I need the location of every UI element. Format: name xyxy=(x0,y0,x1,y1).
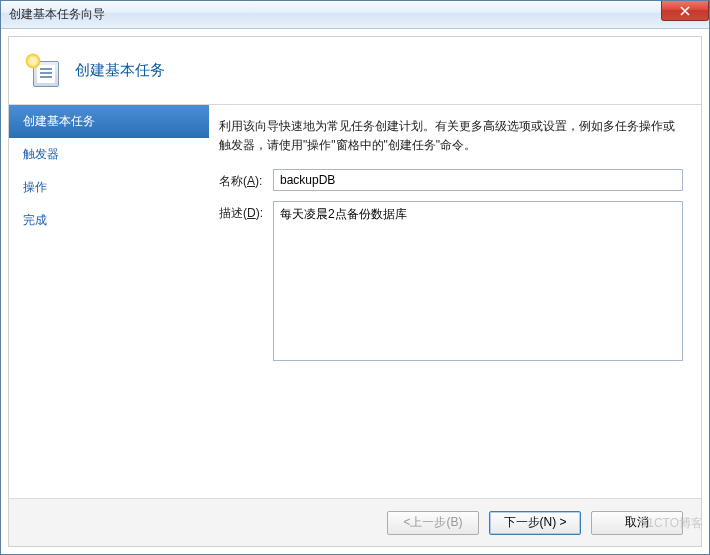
page-title: 创建基本任务 xyxy=(75,61,165,80)
sidebar-item-finish[interactable]: 完成 xyxy=(9,204,209,237)
name-input[interactable] xyxy=(273,169,683,191)
sidebar-item-trigger[interactable]: 触发器 xyxy=(9,138,209,171)
close-button[interactable] xyxy=(661,1,709,21)
description-label: 描述(D): xyxy=(219,201,273,222)
sidebar-item-label: 创建基本任务 xyxy=(23,114,95,128)
name-label: 名称(A): xyxy=(219,169,273,190)
sidebar-item-action[interactable]: 操作 xyxy=(9,171,209,204)
description-row: 描述(D): xyxy=(219,201,683,361)
next-button[interactable]: 下一步(N) > xyxy=(489,511,581,535)
back-button: <上一步(B) xyxy=(387,511,479,535)
task-scheduler-icon xyxy=(27,55,59,87)
close-icon xyxy=(680,6,690,16)
main-panel: 利用该向导快速地为常见任务创建计划。有关更多高级选项或设置，例如多任务操作或触发… xyxy=(209,105,701,498)
wizard-body: 创建基本任务 触发器 操作 完成 利用该向导快速地为常见任务创建计划。有关更多高… xyxy=(9,105,701,498)
name-row: 名称(A): xyxy=(219,169,683,191)
sidebar-item-label: 操作 xyxy=(23,180,47,194)
wizard-window: 创建基本任务向导 创建基本任务 创建基本任务 触发器 操作 完成 利用该向导快速… xyxy=(0,0,710,555)
sidebar-item-create-basic-task[interactable]: 创建基本任务 xyxy=(9,105,209,138)
sidebar: 创建基本任务 触发器 操作 完成 xyxy=(9,105,209,498)
window-title: 创建基本任务向导 xyxy=(9,6,105,23)
sidebar-item-label: 触发器 xyxy=(23,147,59,161)
wizard-inner: 创建基本任务 创建基本任务 触发器 操作 完成 利用该向导快速地为常见任务创建计… xyxy=(8,36,702,547)
cancel-button[interactable]: 取消 xyxy=(591,511,683,535)
sidebar-item-label: 完成 xyxy=(23,213,47,227)
wizard-header: 创建基本任务 xyxy=(9,37,701,105)
titlebar: 创建基本任务向导 xyxy=(1,1,709,29)
wizard-footer: <上一步(B) 下一步(N) > 取消 xyxy=(9,498,701,546)
hint-text: 利用该向导快速地为常见任务创建计划。有关更多高级选项或设置，例如多任务操作或触发… xyxy=(219,117,683,155)
description-textarea[interactable] xyxy=(273,201,683,361)
